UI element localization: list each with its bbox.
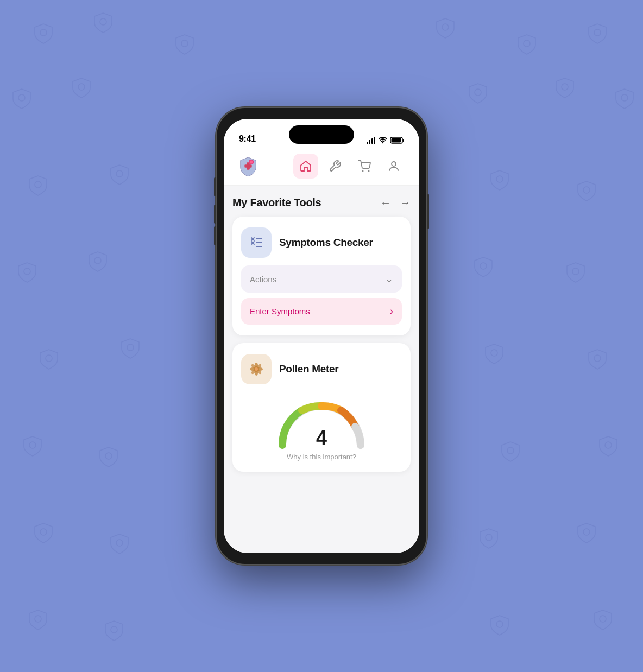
svg-rect-39 bbox=[244, 164, 251, 168]
phone-screen: 9:41 bbox=[224, 119, 419, 553]
pollen-meter-header: Pollen Meter bbox=[241, 354, 402, 384]
symptoms-checker-header: Symptoms Checker bbox=[241, 227, 402, 258]
svg-point-12 bbox=[116, 170, 123, 177]
svg-point-28 bbox=[116, 540, 123, 546]
pollen-meter-icon-wrapper bbox=[241, 354, 272, 384]
why-important-text[interactable]: Why is this important? bbox=[287, 453, 356, 461]
section-header: My Favorite Tools ← → bbox=[232, 196, 411, 209]
svg-point-23 bbox=[29, 442, 36, 448]
svg-point-32 bbox=[111, 626, 117, 633]
svg-point-29 bbox=[486, 534, 492, 541]
svg-point-21 bbox=[491, 350, 497, 356]
symptoms-checker-icon-wrapper bbox=[241, 227, 272, 258]
svg-point-27 bbox=[40, 529, 47, 535]
svg-point-31 bbox=[35, 616, 41, 622]
svg-rect-36 bbox=[403, 139, 405, 142]
svg-point-9 bbox=[562, 84, 568, 90]
svg-point-19 bbox=[46, 355, 52, 362]
svg-point-13 bbox=[496, 176, 503, 182]
svg-point-34 bbox=[600, 616, 606, 622]
next-arrow-button[interactable]: → bbox=[400, 196, 411, 209]
actions-dropdown[interactable]: Actions ⌄ bbox=[241, 265, 402, 293]
svg-point-18 bbox=[572, 268, 579, 275]
svg-point-1 bbox=[100, 18, 106, 25]
nav-item-profile[interactable] bbox=[381, 154, 406, 179]
svg-rect-37 bbox=[392, 138, 401, 143]
section-title: My Favorite Tools bbox=[232, 196, 321, 209]
symptoms-checker-card: Symptoms Checker Actions ⌄ Enter Symptom… bbox=[232, 217, 411, 335]
phone-shell: 9:41 bbox=[216, 107, 427, 565]
svg-point-14 bbox=[583, 187, 590, 193]
svg-point-10 bbox=[621, 94, 628, 101]
flower-icon bbox=[248, 360, 265, 378]
nav-item-home[interactable] bbox=[293, 154, 318, 179]
dynamic-island bbox=[289, 125, 354, 144]
svg-point-61 bbox=[255, 367, 258, 371]
gauge-svg-wrapper: 4 bbox=[273, 395, 370, 449]
wifi-icon bbox=[379, 137, 387, 144]
chevron-right-icon: › bbox=[390, 306, 393, 317]
svg-point-33 bbox=[496, 621, 503, 627]
nav-bar bbox=[224, 148, 419, 186]
svg-point-5 bbox=[594, 29, 601, 36]
svg-point-11 bbox=[35, 181, 41, 188]
chevron-down-icon: ⌄ bbox=[385, 273, 393, 285]
main-content: My Favorite Tools ← → bbox=[224, 186, 419, 553]
svg-point-2 bbox=[181, 40, 188, 47]
gauge-value: 4 bbox=[316, 427, 327, 449]
svg-point-43 bbox=[368, 170, 370, 172]
actions-label: Actions bbox=[250, 275, 276, 284]
nav-arrows: ← → bbox=[380, 196, 411, 209]
battery-icon bbox=[390, 137, 404, 144]
nav-items bbox=[293, 154, 406, 179]
svg-point-24 bbox=[105, 453, 112, 459]
status-icons bbox=[367, 137, 405, 144]
prev-arrow-button[interactable]: ← bbox=[380, 196, 391, 209]
svg-point-16 bbox=[94, 257, 101, 264]
enter-symptoms-button[interactable]: Enter Symptoms › bbox=[241, 298, 402, 325]
status-time: 9:41 bbox=[239, 134, 256, 144]
svg-point-26 bbox=[605, 442, 612, 448]
svg-point-44 bbox=[392, 162, 396, 166]
svg-point-6 bbox=[18, 94, 25, 101]
app-logo[interactable] bbox=[237, 155, 260, 177]
gauge-container: 4 Why is this important? bbox=[241, 393, 402, 461]
pollen-meter-title: Pollen Meter bbox=[279, 363, 338, 375]
svg-point-8 bbox=[475, 89, 481, 96]
nav-item-cart[interactable] bbox=[352, 154, 377, 179]
symptoms-checker-title: Symptoms Checker bbox=[279, 237, 373, 249]
svg-point-41 bbox=[250, 161, 253, 164]
svg-point-3 bbox=[442, 24, 449, 30]
pollen-meter-card: Pollen Meter bbox=[232, 343, 411, 472]
svg-point-25 bbox=[507, 447, 514, 454]
svg-point-22 bbox=[594, 355, 601, 362]
svg-point-4 bbox=[524, 40, 530, 47]
nav-item-tools[interactable] bbox=[323, 154, 348, 179]
svg-point-0 bbox=[40, 29, 47, 36]
checklist-icon bbox=[248, 234, 265, 251]
svg-point-20 bbox=[127, 344, 134, 351]
svg-point-30 bbox=[583, 529, 590, 535]
svg-point-42 bbox=[362, 170, 364, 172]
svg-point-7 bbox=[78, 84, 85, 90]
svg-point-17 bbox=[480, 263, 487, 269]
svg-point-15 bbox=[24, 268, 30, 275]
enter-symptoms-label: Enter Symptoms bbox=[250, 307, 310, 316]
signal-icon bbox=[367, 137, 376, 144]
